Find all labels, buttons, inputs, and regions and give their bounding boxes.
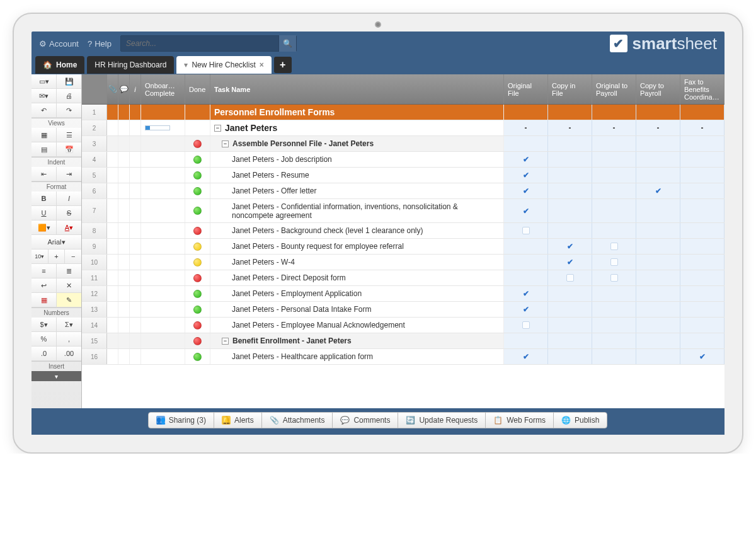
table-row[interactable]: 16Janet Peters - Healthcare application … — [82, 349, 724, 365]
row-number[interactable]: 4 — [82, 152, 107, 167]
table-row[interactable]: 15−Benefit Enrollment - Janet Peters — [82, 333, 724, 349]
copy-payroll-cell[interactable] — [636, 318, 680, 333]
done-cell[interactable] — [185, 286, 210, 301]
fax-benefits-cell[interactable] — [680, 286, 724, 301]
copy-file-cell[interactable] — [548, 333, 592, 348]
onboard-cell[interactable] — [141, 318, 185, 333]
currency-button[interactable]: $▾ — [32, 318, 57, 331]
comment-cell[interactable] — [118, 349, 130, 364]
tab-new-hire-checklist[interactable]: ▾ New Hire Checklist × — [176, 56, 271, 74]
info-cell[interactable] — [130, 349, 141, 364]
attachment-cell[interactable] — [107, 349, 118, 364]
onboard-cell[interactable] — [141, 199, 185, 222]
info-cell[interactable] — [130, 239, 141, 254]
info-cell[interactable] — [130, 120, 141, 135]
email-button[interactable]: ✉▾ — [32, 89, 57, 103]
sharing-button[interactable]: 👥Sharing (3) — [148, 412, 214, 428]
wrap-button[interactable]: ↩ — [32, 278, 57, 292]
table-row[interactable]: 3−Assemble Personnel File - Janet Peters — [82, 136, 724, 152]
attachment-cell[interactable] — [107, 199, 118, 222]
original-payroll-cell[interactable] — [592, 105, 636, 120]
copy-payroll-cell[interactable] — [636, 333, 680, 348]
copy-file-cell[interactable] — [548, 318, 592, 333]
comment-cell[interactable] — [118, 168, 130, 183]
original-payroll-cell[interactable] — [592, 318, 636, 333]
attachment-cell[interactable] — [107, 333, 118, 348]
onboard-cell[interactable] — [141, 168, 185, 183]
comment-cell[interactable] — [118, 239, 130, 254]
copy-payroll-cell[interactable] — [636, 239, 680, 254]
onboard-cell[interactable] — [141, 239, 185, 254]
onboard-cell[interactable] — [141, 302, 185, 317]
onboard-cell[interactable] — [141, 223, 185, 238]
close-icon[interactable]: × — [260, 60, 264, 69]
task-cell[interactable]: Janet Peters - Personal Data Intake Form — [210, 302, 504, 317]
highlight-button[interactable]: ✎ — [57, 293, 81, 307]
thousands-button[interactable]: , — [57, 332, 81, 346]
row-number[interactable]: 13 — [82, 302, 107, 317]
done-cell[interactable] — [185, 239, 210, 254]
table-row[interactable]: 1Personnel Enrollment Forms — [82, 105, 724, 120]
web-forms-button[interactable]: 📋Web Forms — [485, 412, 554, 428]
row-number[interactable]: 3 — [82, 136, 107, 151]
done-cell[interactable] — [185, 302, 210, 317]
original-payroll-cell[interactable] — [592, 270, 636, 285]
original-payroll-cell[interactable] — [592, 286, 636, 301]
copy-payroll-cell[interactable] — [636, 255, 680, 270]
copy-file-cell[interactable] — [548, 199, 592, 222]
comment-cell[interactable] — [118, 136, 130, 151]
comment-cell[interactable] — [118, 255, 130, 270]
original-payroll-cell[interactable] — [592, 223, 636, 238]
original-file-cell[interactable]: ✔ — [504, 199, 548, 222]
table-row[interactable]: 13Janet Peters - Personal Data Intake Fo… — [82, 302, 724, 318]
row-number[interactable]: 2 — [82, 120, 107, 135]
info-cell[interactable] — [130, 136, 141, 151]
info-col-header[interactable]: i — [130, 74, 141, 104]
publish-button[interactable]: 🌐Publish — [553, 412, 607, 428]
task-header[interactable]: Task Name — [210, 74, 504, 104]
comment-cell[interactable] — [118, 302, 130, 317]
increase-decimal-button[interactable]: .00 — [57, 347, 81, 360]
attachment-cell[interactable] — [107, 302, 118, 317]
attachment-cell[interactable] — [107, 183, 118, 198]
onboard-cell[interactable] — [141, 136, 185, 151]
info-cell[interactable] — [130, 168, 141, 183]
table-row[interactable]: 5Janet Peters - Resume✔ — [82, 168, 724, 183]
copy-in-file-header[interactable]: Copy in File — [548, 74, 592, 104]
task-cell[interactable]: Janet Peters - Confidential information,… — [210, 199, 504, 222]
help-link[interactable]: ? Help — [88, 39, 112, 49]
copy-file-cell[interactable]: ✔ — [548, 255, 592, 270]
table-row[interactable]: 9Janet Peters - Bounty request for emplo… — [82, 239, 724, 255]
print-button[interactable]: 🖨 — [57, 89, 81, 103]
font-increase-button[interactable]: + — [49, 249, 66, 263]
row-number[interactable]: 6 — [82, 183, 107, 198]
original-file-cell[interactable]: ✔ — [504, 168, 548, 183]
undo-button[interactable]: ↶ — [32, 103, 57, 117]
original-payroll-header[interactable]: Original to Payroll — [592, 74, 636, 104]
row-number[interactable]: 14 — [82, 318, 107, 333]
table-row[interactable]: 7Janet Peters - Confidential information… — [82, 199, 724, 223]
original-payroll-cell[interactable] — [592, 302, 636, 317]
original-payroll-cell[interactable] — [592, 255, 636, 270]
original-file-cell[interactable]: - — [504, 120, 548, 135]
text-color-button[interactable]: A▾ — [57, 221, 81, 234]
row-number[interactable]: 8 — [82, 223, 107, 238]
fax-benefits-cell[interactable] — [680, 199, 724, 222]
fax-benefits-cell[interactable] — [680, 136, 724, 151]
attachment-col-header[interactable]: 📎 — [107, 74, 118, 104]
comment-cell[interactable] — [118, 105, 130, 120]
attachments-button[interactable]: 📎Attachments — [261, 412, 333, 428]
comment-cell[interactable] — [118, 318, 130, 333]
fax-benefits-cell[interactable]: ✔ — [680, 349, 724, 364]
onboard-cell[interactable] — [141, 286, 185, 301]
attachment-cell[interactable] — [107, 318, 118, 333]
copy-file-cell[interactable] — [548, 168, 592, 183]
row-number[interactable]: 15 — [82, 333, 107, 348]
original-file-cell[interactable] — [504, 136, 548, 151]
copy-file-cell[interactable] — [548, 136, 592, 151]
underline-button[interactable]: U — [32, 206, 57, 220]
fax-benefits-cell[interactable] — [680, 168, 724, 183]
table-row[interactable]: 14Janet Peters - Employee Manual Acknowl… — [82, 318, 724, 333]
original-payroll-cell[interactable] — [592, 152, 636, 167]
done-cell[interactable] — [185, 223, 210, 238]
